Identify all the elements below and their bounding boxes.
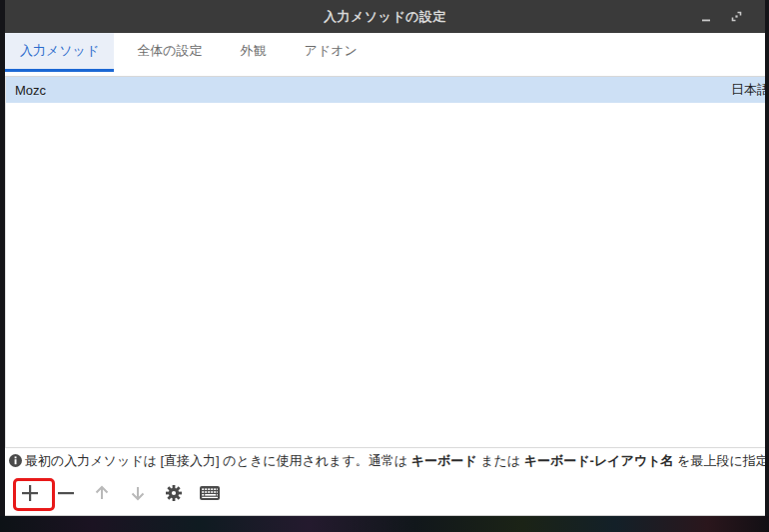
tab-input-method[interactable]: 入力メソッド — [5, 33, 114, 72]
tab-bar: 入力メソッド 全体の設定 外観 アドオン — [5, 33, 765, 72]
input-method-name: Mozc — [15, 83, 46, 98]
tab-label: 入力メソッド — [20, 42, 99, 60]
tab-appearance[interactable]: 外観 — [226, 33, 282, 72]
keyboard-icon — [199, 485, 221, 501]
info-hint-bar: 最初の入力メソッドは [直接入力] のときに使用されます。通常は キーボード ま… — [5, 447, 765, 473]
info-text: 最初の入力メソッドは [直接入力] のときに使用されます。通常は キーボード ま… — [25, 452, 765, 470]
info-circle-icon — [8, 453, 23, 468]
info-text-keyboard: キーボード — [411, 453, 477, 468]
remove-input-method-button[interactable] — [54, 481, 78, 505]
maximize-restore-icon — [730, 10, 743, 23]
move-down-button[interactable] — [126, 481, 150, 505]
tab-label: 外観 — [241, 42, 267, 60]
desktop-wallpaper-strip — [0, 516, 769, 532]
keyboard-layout-button[interactable] — [198, 481, 222, 505]
input-method-language: 日本語 — [731, 81, 765, 99]
arrow-down-icon — [129, 484, 147, 502]
list-item-mozc[interactable]: Mozc 日本語 — [6, 77, 765, 103]
info-text-segment: を最上段に指定してください — [673, 453, 765, 468]
tab-addon[interactable]: アドオン — [290, 33, 373, 72]
input-method-list[interactable]: Mozc 日本語 — [5, 76, 765, 447]
tab-global-config[interactable]: 全体の設定 — [122, 33, 217, 72]
window-controls — [699, 0, 743, 33]
info-text-segment: または — [477, 453, 524, 468]
window-title: 入力メソッドの設定 — [324, 8, 446, 26]
settings-window: 入力メソッドの設定 入力メソッド 全体の設定 外観 — [5, 0, 765, 516]
minimize-button[interactable] — [699, 10, 713, 24]
maximize-button[interactable] — [729, 10, 743, 24]
minus-icon — [56, 483, 76, 503]
configure-button[interactable] — [162, 481, 186, 505]
titlebar[interactable]: 入力メソッドの設定 — [5, 0, 765, 33]
arrow-up-icon — [93, 484, 111, 502]
tab-label: アドオン — [305, 42, 358, 60]
tab-label: 全体の設定 — [137, 42, 202, 60]
gear-icon — [165, 484, 183, 502]
list-toolbar — [5, 473, 765, 513]
info-text-keyboard-layout: キーボード-レイアウト名 — [524, 453, 674, 468]
minimize-icon — [700, 11, 712, 23]
move-up-button[interactable] — [90, 481, 114, 505]
add-input-method-button[interactable] — [18, 481, 42, 505]
info-text-segment: 最初の入力メソッドは [直接入力] のときに使用されます。通常は — [25, 453, 411, 468]
plus-icon — [20, 483, 40, 503]
